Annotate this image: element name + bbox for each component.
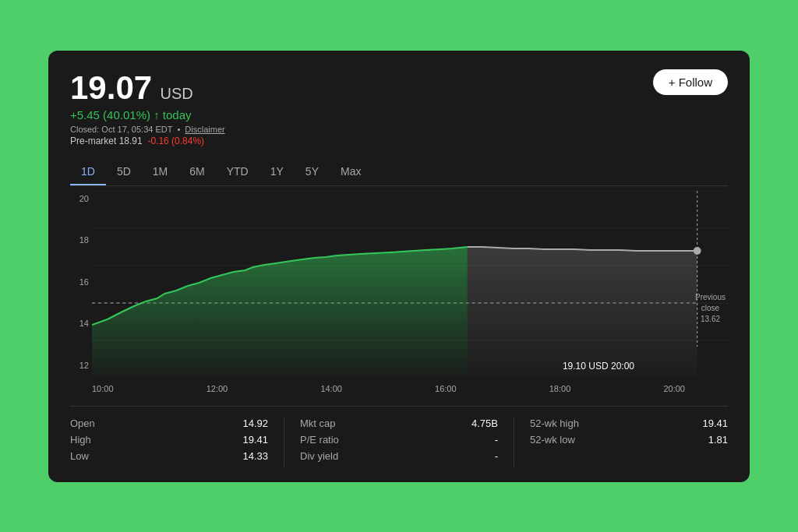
x-label-1000: 10:00 <box>92 384 114 393</box>
price-value: 19.07 <box>70 69 152 106</box>
tab-1d[interactable]: 1D <box>70 159 106 185</box>
time-tabs: 1D 5D 1M 6M YTD 1Y 5Y Max <box>70 159 728 186</box>
follow-button[interactable]: + Follow <box>653 69 728 95</box>
stat-low-value: 14.33 <box>242 450 268 462</box>
stat-div: Div yield - <box>300 450 498 462</box>
stat-pe-value: - <box>495 434 498 446</box>
chart-area: 20 18 16 14 12 <box>70 191 728 393</box>
chart-tooltip: 19.10 USD 20:00 <box>563 361 634 372</box>
stat-low-label: Low <box>70 450 89 462</box>
tab-1m[interactable]: 1M <box>142 159 178 185</box>
stat-div-value: - <box>495 450 498 462</box>
tab-ytd[interactable]: YTD <box>216 159 260 185</box>
stat-mktcap-label: Mkt cap <box>300 417 336 429</box>
premarket-label: Pre-market 18.91 <box>70 136 143 146</box>
stat-mktcap: Mkt cap 4.75B <box>300 417 498 429</box>
stat-pe-label: P/E ratio <box>300 434 339 446</box>
change-value: +5.45 (40.01%) <box>70 108 150 122</box>
price-meta: Closed: Oct 17, 05:34 EDT • Disclaimer <box>70 125 225 134</box>
stat-52low-label: 52-wk low <box>530 434 575 446</box>
stat-open-value: 14.92 <box>242 417 268 429</box>
stat-open: Open 14.92 <box>70 417 268 429</box>
y-label-20: 20 <box>70 194 89 203</box>
premarket-change: -0.16 (0.84%) <box>147 136 204 146</box>
tab-max[interactable]: Max <box>330 159 372 185</box>
stock-card: 19.07 USD +5.45 (40.01%) ↑ today Closed:… <box>48 51 750 482</box>
divider-1 <box>284 417 284 467</box>
x-label-1200: 12:00 <box>207 384 228 393</box>
stats-col-3: 52-wk high 19.41 52-wk low 1.81 <box>530 417 728 467</box>
price-section: 19.07 USD +5.45 (40.01%) ↑ today Closed:… <box>70 69 225 146</box>
x-axis: 10:00 12:00 14:00 16:00 18:00 20:00 <box>92 384 728 393</box>
stat-52high-value: 19.41 <box>702 417 728 429</box>
stats-col-2: Mkt cap 4.75B P/E ratio - Div yield - <box>300 417 498 467</box>
stat-open-label: Open <box>70 417 95 429</box>
stat-52high: 52-wk high 19.41 <box>530 417 728 429</box>
change-arrow: ↑ <box>154 108 160 122</box>
y-label-18: 18 <box>70 235 89 245</box>
change-suffix: today <box>163 108 192 122</box>
stat-52low-value: 1.81 <box>708 434 728 446</box>
chart-green-area <box>92 247 468 378</box>
y-label-16: 16 <box>70 277 89 287</box>
stats-row: Open 14.92 High 19.41 Low 14.33 Mkt cap … <box>70 406 728 467</box>
stat-high-label: High <box>70 434 91 446</box>
tab-5d[interactable]: 5D <box>106 159 142 185</box>
end-dot <box>694 247 701 255</box>
stat-pe: P/E ratio - <box>300 434 498 446</box>
disclaimer-link[interactable]: Disclaimer <box>185 125 224 134</box>
price-display: 19.07 USD <box>70 69 225 107</box>
header-row: 19.07 USD +5.45 (40.01%) ↑ today Closed:… <box>70 69 728 146</box>
premarket-row: Pre-market 18.91 -0.16 (0.84%) <box>70 136 225 146</box>
stat-52low: 52-wk low 1.81 <box>530 434 728 446</box>
closed-label: Closed: Oct 17, 05:34 EDT <box>70 125 172 134</box>
price-change: +5.45 (40.01%) ↑ today <box>70 108 225 122</box>
divider-2 <box>514 417 514 467</box>
previous-close-label: Previousclose13.62 <box>689 292 732 325</box>
tab-1y[interactable]: 1Y <box>260 159 295 185</box>
chart-gray-area <box>468 247 697 378</box>
y-label-12: 12 <box>70 361 89 370</box>
tooltip-text: 19.10 USD 20:00 <box>563 361 634 372</box>
stat-low: Low 14.33 <box>70 450 268 462</box>
y-label-14: 14 <box>70 319 89 328</box>
stat-52high-label: 52-wk high <box>530 417 579 429</box>
x-label-1600: 16:00 <box>435 384 457 393</box>
tab-6m[interactable]: 6M <box>178 159 215 185</box>
x-label-1400: 14:00 <box>320 384 342 393</box>
y-axis: 20 18 16 14 12 <box>70 191 92 393</box>
x-label-2000: 20:00 <box>663 384 685 393</box>
currency-label: USD <box>161 85 193 102</box>
stats-col-1: Open 14.92 High 19.41 Low 14.33 <box>70 417 268 467</box>
stat-high: High 19.41 <box>70 434 268 446</box>
x-label-1800: 18:00 <box>549 384 571 393</box>
stat-mktcap-value: 4.75B <box>471 417 498 429</box>
tab-5y[interactable]: 5Y <box>295 159 330 185</box>
chart-and-x: 19.10 USD 20:00 Previousclose13.62 10:00… <box>92 191 728 393</box>
stat-high-value: 19.41 <box>242 434 268 446</box>
chart-svg <box>92 191 728 378</box>
stat-div-label: Div yield <box>300 450 338 462</box>
